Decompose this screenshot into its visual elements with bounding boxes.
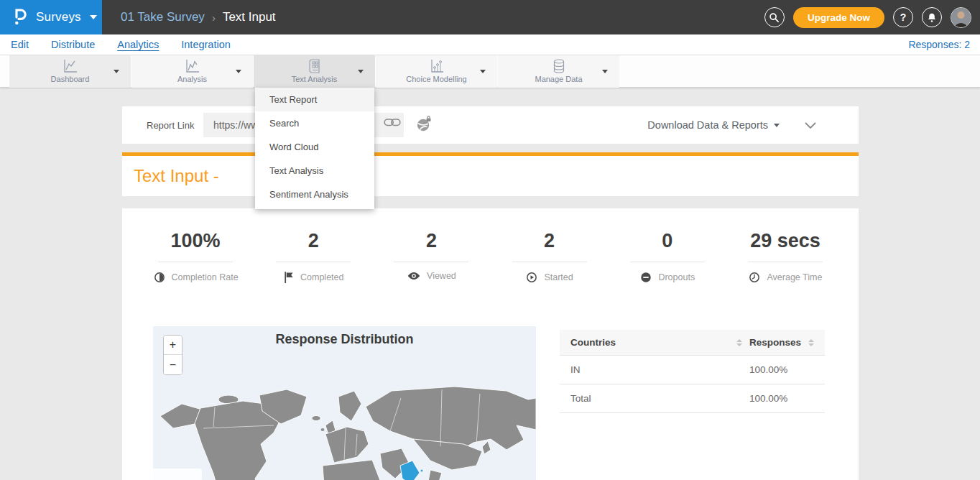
search-icon <box>769 12 780 23</box>
dashboard-chart-icon <box>62 58 79 74</box>
response-cell: 100.00% <box>749 364 825 375</box>
analytics-toolbar: Dashboard Analysis <box>0 55 980 88</box>
user-avatar[interactable] <box>951 7 971 28</box>
text-analysis-dropdown-menu: Text Report Search Word Cloud Text Analy… <box>255 88 374 209</box>
stat-value: 2 <box>426 230 437 252</box>
tab-text-analysis[interactable]: Text Analysis <box>254 55 375 88</box>
table-row: IN 100.00% <box>560 356 825 384</box>
gauge-icon <box>153 271 166 284</box>
play-icon <box>525 271 538 284</box>
menu-item-text-analysis[interactable]: Text Analysis <box>255 159 374 183</box>
chevron-down-icon <box>480 70 486 73</box>
search-button[interactable] <box>764 7 785 27</box>
country-cell: Total <box>560 393 749 404</box>
stat-label: Started <box>544 272 573 282</box>
app-root: Surveys 01 Take Survey › Text Input Upgr… <box>0 0 980 480</box>
help-button[interactable]: ? <box>893 7 913 27</box>
nav-item-edit[interactable]: Edit <box>11 39 29 50</box>
nav-item-distribute[interactable]: Distribute <box>51 39 95 50</box>
breadcrumb-survey-link[interactable]: 01 Take Survey <box>121 10 205 24</box>
nav-item-analytics[interactable]: Analytics <box>117 39 159 50</box>
report-link-card: Report Link Download Data & Reports <box>122 106 859 144</box>
divider <box>630 262 705 262</box>
brand-caret-icon <box>90 15 97 19</box>
stat-label: Completed <box>300 272 343 282</box>
text-report-icon <box>306 58 323 74</box>
chevron-down-icon <box>774 124 780 127</box>
map-europe <box>325 427 369 463</box>
survey-nav: Edit Distribute Analytics Integration Re… <box>0 34 980 55</box>
stat-viewed: 2 Viewed <box>372 230 490 284</box>
tab-label: Dashboard <box>51 75 90 83</box>
stat-label: Dropouts <box>658 272 695 282</box>
tab-choice-modelling[interactable]: Choice Modelling <box>376 55 497 88</box>
sort-countries-icon[interactable] <box>736 339 742 346</box>
download-label: Download Data & Reports <box>647 119 768 131</box>
tab-dashboard[interactable]: Dashboard <box>9 55 131 88</box>
chevron-down-icon <box>236 70 241 73</box>
stat-dropouts: 0 Dropouts <box>609 230 726 284</box>
map-north-africa <box>323 460 383 480</box>
product-name: Surveys <box>36 10 81 24</box>
country-cell: IN <box>560 364 749 375</box>
minus-icon <box>639 271 652 284</box>
table-row: Total 100.00% <box>560 384 825 413</box>
stat-value: 0 <box>662 230 672 252</box>
upgrade-now-button[interactable]: Upgrade Now <box>793 7 884 28</box>
divider <box>394 262 468 262</box>
divider <box>276 262 351 262</box>
stat-label: Viewed <box>427 271 456 281</box>
menu-item-sentiment-analysis[interactable]: Sentiment Analysis <box>255 183 374 206</box>
responses-count: Responses: 2 <box>908 34 970 55</box>
copy-link-icon[interactable] <box>384 117 401 130</box>
responses-header-label: Responses <box>749 337 801 348</box>
menu-item-search[interactable]: Search <box>255 111 374 135</box>
breadcrumb: 01 Take Survey › Text Input <box>121 0 276 34</box>
menu-item-word-cloud[interactable]: Word Cloud <box>255 135 374 159</box>
chevron-down-icon <box>114 70 119 73</box>
menu-item-text-report[interactable]: Text Report <box>255 88 374 111</box>
map-japan <box>482 441 491 454</box>
brand-menu[interactable]: Surveys <box>0 0 102 34</box>
download-data-reports-dropdown[interactable]: Download Data & Reports <box>647 106 780 144</box>
world-map[interactable] <box>153 384 536 480</box>
breadcrumb-current-page: Text Input <box>223 10 276 24</box>
tab-analysis[interactable]: Analysis <box>131 55 253 88</box>
collapse-chevron-icon[interactable] <box>804 119 817 132</box>
map-southeast-asia <box>428 470 442 480</box>
divider <box>748 262 823 262</box>
chevron-down-icon <box>358 70 364 73</box>
eye-icon <box>407 271 421 281</box>
stat-started: 2 Started <box>491 230 609 284</box>
tab-manage-data[interactable]: Manage Data <box>498 55 619 88</box>
report-main-card: 100% Completion Rate 2 <box>122 208 859 480</box>
notifications-button[interactable] <box>922 7 942 27</box>
map-zoom-in-button[interactable]: + <box>164 336 182 355</box>
stat-value: 2 <box>308 230 319 252</box>
clock-icon <box>748 271 761 284</box>
stat-value: 2 <box>544 230 555 252</box>
map-iceland <box>312 416 320 421</box>
countries-table: Countries Responses IN 100.00% Total 100… <box>560 330 825 413</box>
map-attribution-box <box>153 469 202 480</box>
globe-privacy-icon[interactable] <box>415 116 433 136</box>
database-icon <box>550 58 568 74</box>
question-mark-icon: ? <box>900 11 907 23</box>
tab-label: Text Analysis <box>292 75 338 83</box>
map-zoom-controls: + − <box>163 335 182 375</box>
nav-item-integration[interactable]: Integration <box>181 39 231 50</box>
countries-header-label: Countries <box>570 337 616 348</box>
top-header: Surveys 01 Take Survey › Text Input Upgr… <box>0 0 980 34</box>
sort-responses-icon[interactable] <box>808 339 814 346</box>
stat-label: Average Time <box>767 272 822 282</box>
questionpro-logo-icon <box>11 6 29 29</box>
stat-value: 29 secs <box>750 230 820 252</box>
map-zoom-out-button[interactable]: − <box>164 355 182 374</box>
choice-modelling-icon <box>428 58 445 74</box>
stat-value: 100% <box>171 230 221 252</box>
breadcrumb-separator: › <box>212 11 216 24</box>
report-link-label: Report Link <box>147 106 194 144</box>
divider <box>158 262 233 262</box>
analysis-chart-icon <box>184 58 201 74</box>
chevron-down-icon <box>602 70 608 73</box>
